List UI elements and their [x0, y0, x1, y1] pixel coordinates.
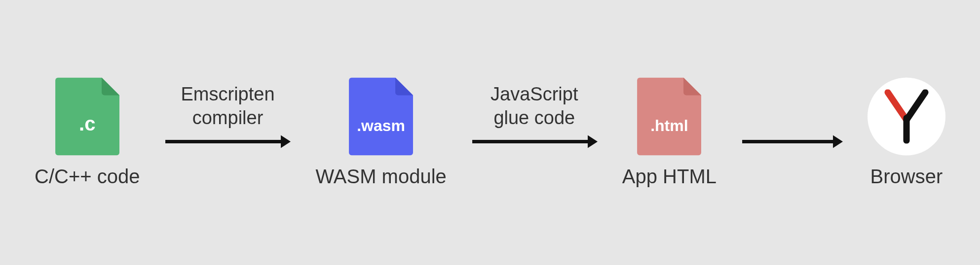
html-file-extension: .html	[650, 117, 688, 135]
wasm-caption: WASM module	[316, 166, 447, 188]
wasm-file-icon: .wasm	[349, 78, 413, 156]
browser-caption: Browser	[870, 166, 943, 188]
c-file-icon: .c	[55, 78, 119, 156]
arrow-emscripten-label: Emscripten compiler	[181, 83, 274, 130]
node-browser: Browser	[867, 78, 945, 188]
arrow-right-icon	[740, 134, 844, 149]
diagram-canvas: .c C/C++ code Emscripten compiler	[0, 0, 980, 265]
c-file-extension: .c	[79, 113, 95, 135]
arrow-to-browser: --	[740, 83, 844, 183]
arrow-glue-label: JavaScript glue code	[490, 83, 578, 130]
node-c-source: .c C/C++ code	[35, 78, 140, 188]
node-app-html: .html App HTML	[622, 78, 716, 188]
arrow-emscripten: Emscripten compiler	[164, 83, 292, 183]
pipeline-flow: .c C/C++ code Emscripten compiler	[35, 78, 945, 188]
wasm-file-extension: .wasm	[357, 117, 405, 135]
node-wasm-module: .wasm WASM module	[316, 78, 447, 188]
c-caption: C/C++ code	[35, 166, 140, 188]
yandex-browser-icon	[867, 78, 945, 156]
arrow-glue: JavaScript glue code	[470, 83, 599, 183]
arrow-right-icon	[164, 134, 292, 149]
html-file-icon: .html	[637, 78, 701, 156]
html-caption: App HTML	[622, 166, 716, 188]
arrow-right-icon	[470, 134, 599, 149]
